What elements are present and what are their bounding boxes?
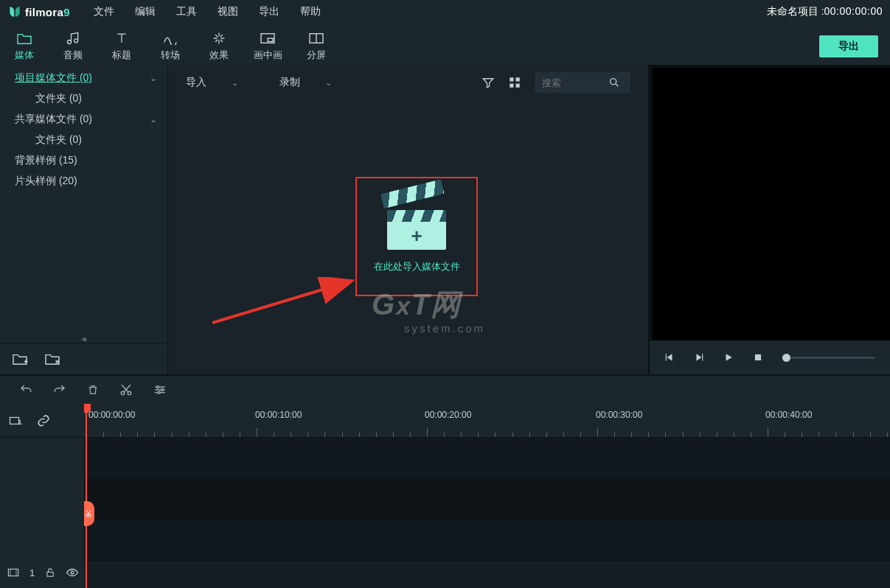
media-drop-area[interactable]: + 在此处导入媒体文件 GxT网 system.com: [168, 100, 648, 374]
svg-rect-10: [702, 354, 703, 360]
chevron-down-icon: ⌄: [150, 114, 157, 125]
music-icon: [66, 31, 80, 46]
tab-media[interactable]: 媒体: [0, 31, 49, 62]
record-dropdown[interactable]: 录制 ⌄: [279, 76, 332, 89]
split-icon: [308, 31, 324, 46]
menu-tools[interactable]: 工具: [166, 5, 207, 18]
menu-view[interactable]: 视图: [207, 5, 248, 18]
text-icon: [114, 31, 129, 46]
svg-point-7: [611, 79, 616, 85]
track-row[interactable]: [84, 479, 890, 520]
track-row[interactable]: [84, 520, 890, 561]
dropdown-label: 录制: [279, 76, 300, 89]
redo-icon[interactable]: [53, 383, 66, 396]
sidebar-item-label: 项目媒体文件 (0): [15, 71, 92, 85]
lock-icon[interactable]: [45, 567, 55, 578]
stop-icon[interactable]: [753, 352, 763, 363]
delete-icon[interactable]: [87, 383, 99, 396]
menu-edit[interactable]: 编辑: [125, 5, 166, 18]
filter-icon[interactable]: [481, 76, 495, 89]
pip-icon: [260, 31, 276, 46]
delete-folder-icon[interactable]: [44, 352, 60, 365]
sidebar-item-label: 文件夹 (0): [35, 92, 82, 105]
eye-icon[interactable]: [66, 567, 79, 578]
timeline-ruler[interactable]: 00:00:00:00 00:00:10:00 00:00:20:00 00:0…: [84, 404, 890, 438]
link-icon[interactable]: [37, 414, 50, 427]
svg-point-20: [71, 571, 74, 574]
svg-rect-4: [516, 77, 520, 81]
menu-file[interactable]: 文件: [83, 5, 125, 18]
timeline-tracks[interactable]: 00:00:00:00 00:00:10:00 00:00:20:00 00:0…: [84, 404, 890, 588]
tab-label: 音频: [63, 49, 83, 62]
sidebar-item-folder[interactable]: 文件夹 (0): [0, 88, 167, 109]
undo-icon[interactable]: [19, 383, 32, 396]
preview-video[interactable]: [653, 68, 890, 340]
sparkle-icon: [212, 31, 226, 46]
sidebar-item-project-media[interactable]: 项目媒体文件 (0) ⌄: [0, 68, 167, 88]
tab-audio[interactable]: 音频: [49, 31, 97, 62]
sidebar-item-label: 片头样例 (20): [15, 175, 77, 188]
app-name: filmora9: [25, 6, 70, 18]
annotation-arrow: [212, 277, 375, 329]
next-frame-icon[interactable]: [694, 352, 704, 363]
svg-rect-19: [47, 572, 53, 576]
svg-rect-9: [666, 354, 667, 360]
svg-rect-17: [10, 417, 19, 424]
svg-line-8: [212, 281, 350, 323]
playhead[interactable]: [86, 404, 87, 588]
timeline-left: 1: [0, 404, 84, 588]
svg-point-16: [158, 391, 160, 393]
svg-rect-1: [268, 38, 273, 42]
folder-icon: [16, 31, 32, 46]
svg-rect-5: [510, 84, 513, 88]
menu-help[interactable]: 帮助: [290, 5, 331, 18]
search-icon[interactable]: [608, 77, 620, 88]
tab-transition[interactable]: 转场: [146, 31, 195, 62]
transition-icon: [162, 31, 178, 46]
grid-view-icon[interactable]: [508, 76, 521, 89]
tab-label: 分屏: [307, 49, 326, 62]
preview-controls: [650, 340, 890, 374]
sidebar-item-shared-media[interactable]: 共享媒体文件 (0) ⌄: [0, 109, 167, 130]
import-dropdown[interactable]: 导入 ⌄: [186, 76, 238, 89]
sidebar-item-intro-samples[interactable]: 片头样例 (20): [0, 171, 167, 192]
workspace: 项目媒体文件 (0) ⌄ 文件夹 (0) 共享媒体文件 (0) ⌄ 文件夹 (0…: [0, 65, 890, 374]
tab-effect[interactable]: 效果: [195, 31, 243, 62]
search-input[interactable]: [542, 77, 608, 88]
menu-export[interactable]: 导出: [248, 5, 290, 18]
sidebar-item-folder[interactable]: 文件夹 (0): [0, 130, 167, 150]
search-box[interactable]: [535, 72, 630, 93]
tab-pip[interactable]: 画中画: [243, 31, 292, 62]
ruler-label: 00:00:10:00: [255, 410, 302, 420]
media-pane-toolbar: 导入 ⌄ 录制 ⌄: [168, 65, 648, 100]
tool-tabs: 媒体 音频 标题 转场 效果 画中画 分屏 导出: [0, 24, 890, 65]
tab-split[interactable]: 分屏: [292, 31, 341, 62]
svg-rect-18: [8, 569, 18, 575]
play-icon[interactable]: [723, 352, 734, 363]
ruler-label: 00:00:40:00: [765, 410, 812, 420]
svg-rect-3: [510, 77, 513, 81]
import-media-target[interactable]: + 在此处导入媒体文件: [355, 177, 478, 296]
clapperboard-icon: +: [387, 200, 446, 248]
svg-rect-6: [516, 84, 520, 88]
tab-title[interactable]: 标题: [97, 31, 146, 62]
add-track-icon[interactable]: [9, 415, 22, 427]
sidebar-item-label: 共享媒体文件 (0): [15, 113, 92, 126]
cut-icon[interactable]: [119, 383, 133, 396]
sidebar-list: 项目媒体文件 (0) ⌄ 文件夹 (0) 共享媒体文件 (0) ⌄ 文件夹 (0…: [0, 65, 167, 247]
prev-frame-icon[interactable]: [664, 352, 675, 363]
svg-point-14: [157, 386, 159, 388]
collapse-sidebar-icon[interactable]: ◀: [81, 335, 87, 343]
track-head: 1: [0, 557, 84, 588]
track-row[interactable]: [84, 438, 890, 479]
new-folder-icon[interactable]: [12, 352, 28, 365]
preview-pane: [650, 65, 890, 374]
settings-icon[interactable]: [153, 384, 167, 396]
sidebar-item-bg-samples[interactable]: 背景样例 (15): [0, 150, 167, 171]
preview-slider[interactable]: [782, 357, 875, 359]
split-handle-icon[interactable]: [84, 501, 94, 526]
tab-label: 媒体: [15, 49, 34, 62]
slider-knob[interactable]: [782, 354, 790, 362]
chevron-down-icon: ⌄: [232, 78, 238, 88]
export-button[interactable]: 导出: [819, 35, 878, 57]
